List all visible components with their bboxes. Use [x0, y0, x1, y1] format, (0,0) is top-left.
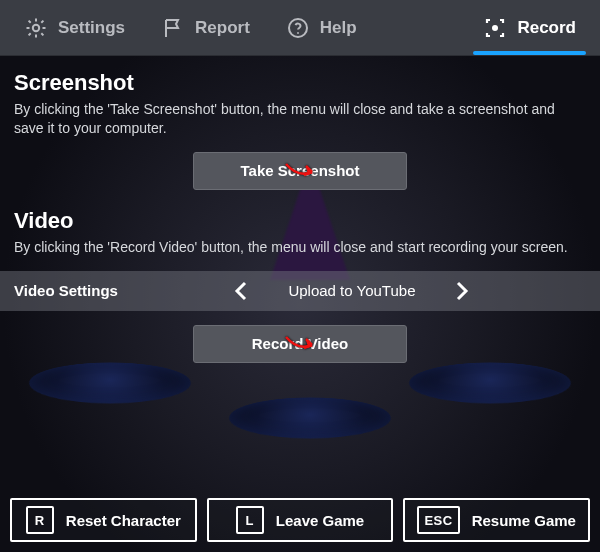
tab-label: Settings	[58, 18, 125, 38]
footer-button-label: Resume Game	[472, 512, 576, 529]
gear-icon	[24, 16, 48, 40]
tab-label: Record	[517, 18, 576, 38]
top-tab-bar: Settings Report Help Record	[0, 0, 600, 56]
key-hint: ESC	[417, 506, 459, 534]
tab-label: Help	[320, 18, 357, 38]
footer-button-label: Reset Character	[66, 512, 181, 529]
video-settings-label: Video Settings	[14, 282, 118, 299]
footer-bar: R Reset Character L Leave Game ESC Resum…	[0, 488, 600, 552]
video-settings-row: Video Settings Upload to YouTube	[0, 271, 600, 311]
record-panel: Screenshot By clicking the 'Take Screens…	[0, 56, 600, 363]
record-focus-icon	[483, 16, 507, 40]
chevron-left-icon	[233, 279, 249, 303]
tab-report[interactable]: Report	[143, 0, 268, 55]
tab-label: Report	[195, 18, 250, 38]
video-settings-next[interactable]	[445, 274, 479, 308]
leave-game-button[interactable]: L Leave Game	[207, 498, 394, 542]
svg-point-0	[33, 24, 39, 30]
screenshot-heading: Screenshot	[14, 70, 586, 96]
key-hint: L	[236, 506, 264, 534]
flag-icon	[161, 16, 185, 40]
annotation-arrow-icon	[284, 160, 324, 182]
screenshot-description: By clicking the 'Take Screenshot' button…	[14, 100, 586, 138]
video-settings-value: Upload to YouTube	[288, 282, 415, 299]
annotation-arrow-icon	[284, 333, 324, 355]
tab-help[interactable]: Help	[268, 0, 375, 55]
video-heading: Video	[14, 208, 586, 234]
svg-point-2	[297, 32, 299, 34]
reset-character-button[interactable]: R Reset Character	[10, 498, 197, 542]
tab-settings[interactable]: Settings	[6, 0, 143, 55]
video-settings-prev[interactable]	[224, 274, 258, 308]
help-icon	[286, 16, 310, 40]
footer-button-label: Leave Game	[276, 512, 364, 529]
resume-game-button[interactable]: ESC Resume Game	[403, 498, 590, 542]
tab-record[interactable]: Record	[465, 0, 594, 55]
video-description: By clicking the 'Record Video' button, t…	[14, 238, 586, 257]
svg-point-3	[492, 25, 498, 31]
chevron-right-icon	[454, 279, 470, 303]
key-hint: R	[26, 506, 54, 534]
